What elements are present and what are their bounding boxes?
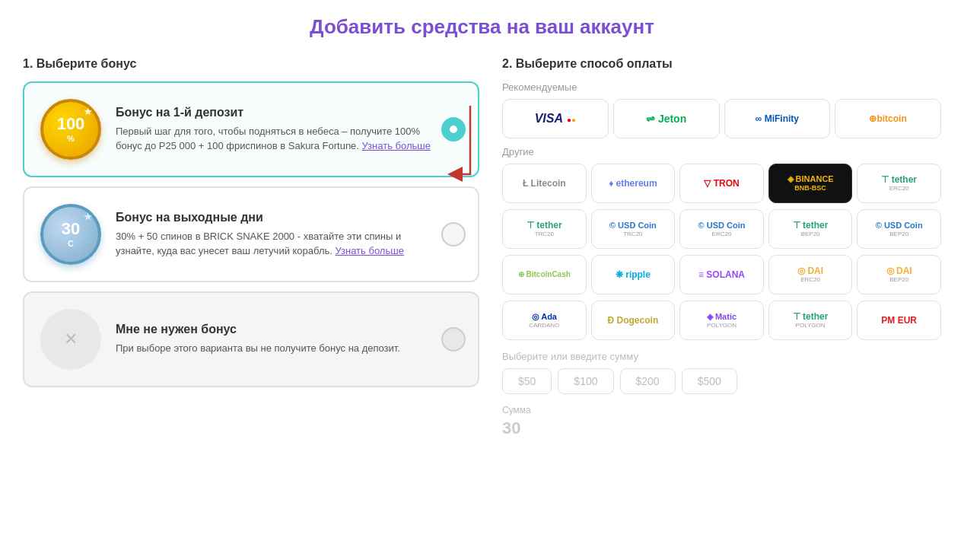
others-label: Другие: [502, 146, 941, 158]
bonus-desc-first: Первый шаг для того, чтобы подняться в н…: [116, 124, 431, 154]
payment-eur[interactable]: PM EUR: [857, 301, 941, 340]
recommended-label: Рекомендуемые: [502, 81, 941, 93]
right-panel: 2. Выберите способ оплаты Рекомендуемые …: [502, 57, 941, 438]
bonus-card-first-deposit[interactable]: 100 % Бонус на 1-й депозит Первый шаг дл…: [23, 81, 479, 177]
jeton-logo: ⇌ Jeton: [646, 113, 686, 126]
payment-litecoin[interactable]: Ł Litecoin: [502, 164, 587, 203]
usdcoin-erc20-logo: © USD Coin ERC20: [698, 221, 746, 238]
bonus-section-title: 1. Выберите бонус: [23, 57, 479, 71]
arrow-indicator: [447, 98, 493, 189]
amount-btn-100[interactable]: $100: [558, 368, 613, 394]
coin-placeholder: ✕: [40, 309, 101, 370]
payment-tether-polygon[interactable]: ⊤ tether POLYGON: [768, 301, 853, 340]
usdcoin-bep20-logo: © USD Coin BEP20: [876, 221, 923, 238]
bonus-icon-gold: 100 %: [37, 95, 105, 164]
solana-logo: ≡ SOLANA: [698, 269, 745, 280]
payment-usdcoin-bep20[interactable]: © USD Coin BEP20: [857, 209, 941, 249]
payment-section-title: 2. Выберите способ оплаты: [502, 57, 941, 71]
dai-bep20-logo: ◎ DAI BEP20: [886, 266, 912, 284]
radio-no-bonus[interactable]: [441, 327, 466, 352]
amount-btn-500[interactable]: $500: [682, 368, 737, 394]
recommended-grid: VISA ●● ⇌ Jeton ∞ MiFinity ⊕bitcoin: [502, 99, 941, 138]
payment-visa[interactable]: VISA ●●: [502, 99, 609, 138]
dai-erc20-logo: ◎ DAI ERC20: [797, 266, 823, 284]
bonus-title-no-bonus: Мне не нужен бонус: [116, 323, 431, 336]
payment-bitcoin[interactable]: ⊕bitcoin: [835, 99, 941, 138]
learn-more-link-weekend[interactable]: Узнать больше: [336, 245, 404, 256]
payment-ada[interactable]: ◎ Ada CARDANO: [502, 301, 587, 340]
payment-dai-bep20[interactable]: ◎ DAI BEP20: [857, 255, 941, 294]
payment-tether-trc20[interactable]: ⊤ tether TRC20: [502, 209, 587, 249]
coin-label: 100: [57, 116, 85, 132]
matic-logo: ◈ Matic POLYGON: [707, 312, 737, 329]
tron-logo: ▽ TRON: [704, 178, 739, 189]
others-row4-grid: ◎ Ada CARDANO Ð Dogecoin ◈ Matic POLYGON…: [502, 301, 941, 340]
visa-logo: VISA ●●: [535, 111, 577, 126]
amount-btn-50[interactable]: $50: [502, 368, 552, 394]
payment-usdcoin-erc20[interactable]: © USD Coin ERC20: [679, 209, 764, 249]
others-row2-grid: ⊤ tether TRC20 © USD Coin TRC20 © USD Co…: [502, 209, 941, 249]
litecoin-logo: Ł Litecoin: [523, 178, 566, 189]
bonus-desc-weekend: 30% + 50 спинов в BRICK SNAKE 2000 - хва…: [116, 229, 431, 259]
dogecoin-logo: Ð Dogecoin: [608, 315, 659, 326]
coin-label-silver: 30: [62, 221, 80, 237]
bonus-title-weekend: Бонус на выходные дни: [116, 211, 431, 224]
binance-logo: ◈ BINANCE BNB-BSC: [787, 174, 834, 192]
payment-ripple[interactable]: ❋ ripple: [591, 255, 676, 294]
payment-bitcoincash[interactable]: ⊕ BitcoinCash: [502, 255, 587, 294]
tether-bep20-logo: ⊤ tether BEP20: [793, 220, 829, 238]
ada-logo: ◎ Ada CARDANO: [529, 312, 559, 329]
others-row1-grid: Ł Litecoin ♦ ethereum ▽ TRON ◈ BINANCE B…: [502, 164, 941, 203]
bonus-icon-none: ✕: [37, 305, 105, 374]
tether-polygon-logo: ⊤ tether POLYGON: [793, 311, 829, 329]
bonus-icon-silver: 30 С: [37, 200, 105, 269]
others-row3-grid: ⊕ BitcoinCash ❋ ripple ≡ SOLANA ◎ DAI ER…: [502, 255, 941, 294]
bonus-content-weekend: Бонус на выходные дни 30% + 50 спинов в …: [116, 211, 431, 259]
payment-tron[interactable]: ▽ TRON: [679, 164, 764, 203]
payment-matic[interactable]: ◈ Matic POLYGON: [679, 301, 764, 340]
bonus-desc-no-bonus: При выборе этого варианта вы не получите…: [116, 341, 431, 356]
usdcoin-trc20-logo: © USD Coin TRC20: [609, 221, 657, 238]
learn-more-link-first[interactable]: Узнать больше: [362, 140, 431, 151]
bonus-content-first: Бонус на 1-й депозит Первый шаг для того…: [116, 106, 431, 154]
bitcoincash-logo: ⊕ BitcoinCash: [518, 269, 571, 279]
payment-binance[interactable]: ◈ BINANCE BNB-BSC: [768, 164, 853, 203]
coin-sublabel: %: [67, 134, 75, 143]
payment-dogecoin[interactable]: Ð Dogecoin: [591, 301, 676, 340]
amount-title: Выберите или введите сумму: [502, 351, 941, 362]
payment-tether-bep20[interactable]: ⊤ tether BEP20: [768, 209, 853, 249]
amount-btn-200[interactable]: $200: [620, 368, 676, 394]
payment-tether-erc20[interactable]: ⊤ tether ERC20: [857, 164, 941, 203]
payment-mifinity[interactable]: ∞ MiFinity: [724, 99, 831, 138]
payment-dai-erc20[interactable]: ◎ DAI ERC20: [768, 255, 853, 294]
amount-buttons: $50 $100 $200 $500: [502, 368, 941, 394]
coin-sublabel-silver: С: [68, 239, 74, 248]
payment-usdcoin-trc20[interactable]: © USD Coin TRC20: [591, 209, 676, 249]
tether-trc20-logo: ⊤ tether TRC20: [527, 220, 562, 238]
eur-logo: PM EUR: [881, 315, 917, 326]
payment-ethereum[interactable]: ♦ ethereum: [591, 164, 676, 203]
ethereum-logo: ♦ ethereum: [609, 178, 657, 189]
bonus-content-no-bonus: Мне не нужен бонус При выборе этого вари…: [116, 323, 431, 356]
radio-weekend[interactable]: [441, 222, 466, 247]
bitcoin-logo: ⊕bitcoin: [869, 113, 906, 124]
tether-erc20-logo: ⊤ tether ERC20: [881, 174, 917, 192]
sum-label: Сумма: [502, 405, 941, 415]
bonus-card-no-bonus[interactable]: ✕ Мне не нужен бонус При выборе этого ва…: [23, 291, 479, 387]
page-title: Добавить средства на ваш аккаунт: [23, 15, 941, 39]
bonus-card-weekend[interactable]: 30 С Бонус на выходные дни 30% + 50 спин…: [23, 186, 479, 282]
left-panel: 1. Выберите бонус 100 % Бонус на 1-й деп…: [23, 57, 479, 396]
payment-solana[interactable]: ≡ SOLANA: [679, 255, 764, 294]
bonus-title-first: Бонус на 1-й депозит: [116, 106, 431, 119]
payment-jeton[interactable]: ⇌ Jeton: [613, 99, 720, 138]
sum-value: 30: [502, 418, 941, 438]
ripple-logo: ❋ ripple: [616, 269, 651, 280]
mifinity-logo: ∞ MiFinity: [756, 113, 799, 124]
